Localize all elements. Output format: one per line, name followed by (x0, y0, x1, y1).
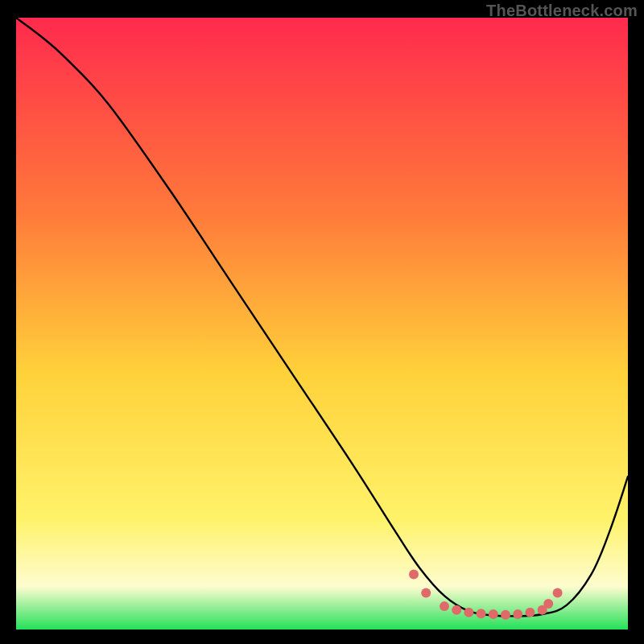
optimal-dot (477, 609, 486, 618)
chart-svg (16, 18, 628, 630)
chart-canvas: TheBottleneck.com (0, 0, 644, 644)
plot-area (16, 18, 628, 630)
optimal-dot (464, 608, 473, 617)
optimal-dot (409, 570, 419, 580)
optimal-dot (525, 608, 535, 617)
optimal-dot (452, 605, 461, 615)
optimal-dot (501, 610, 510, 620)
optimal-dot (513, 609, 522, 619)
optimal-dot (543, 599, 553, 609)
optimal-dot (440, 601, 449, 611)
optimal-dot (489, 609, 498, 619)
optimal-dot (553, 588, 563, 597)
optimal-dot (421, 588, 431, 597)
gradient-background (16, 18, 628, 630)
